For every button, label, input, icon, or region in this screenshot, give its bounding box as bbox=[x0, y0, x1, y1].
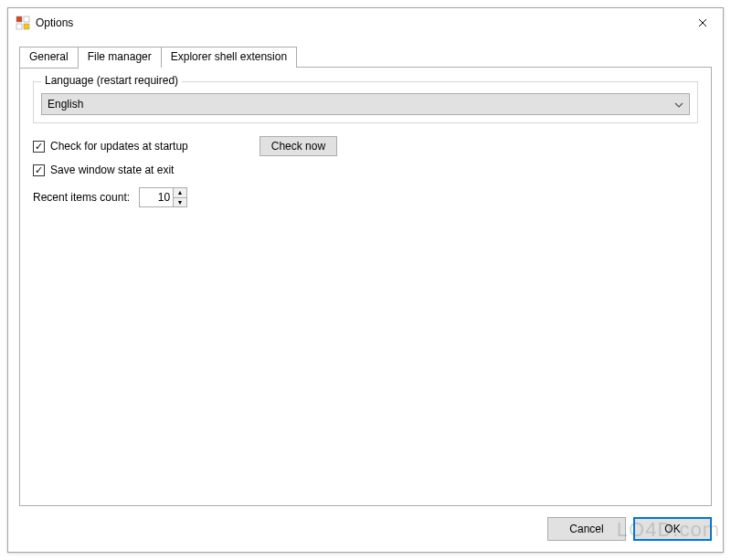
tab-file-manager[interactable]: File manager bbox=[78, 47, 162, 68]
check-updates-option[interactable]: ✓ Check for updates at startup bbox=[33, 140, 188, 153]
check-updates-label: Check for updates at startup bbox=[50, 140, 188, 153]
spinner-buttons: ▲ ▼ bbox=[173, 188, 186, 206]
save-window-option[interactable]: ✓ Save window state at exit bbox=[33, 164, 174, 176]
recent-items-label: Recent items count: bbox=[33, 191, 130, 204]
svg-rect-3 bbox=[24, 24, 29, 29]
chevron-down-icon bbox=[674, 100, 683, 110]
svg-rect-1 bbox=[24, 16, 29, 22]
check-updates-row: ✓ Check for updates at startup Check now bbox=[33, 136, 698, 156]
tab-general[interactable]: General bbox=[19, 47, 79, 69]
save-window-label: Save window state at exit bbox=[50, 164, 174, 176]
options-dialog: Options General File manager Explorer sh… bbox=[7, 7, 724, 553]
recent-items-row: Recent items count: 10 ▲ ▼ bbox=[33, 187, 698, 207]
app-icon bbox=[16, 16, 30, 30]
save-window-checkbox[interactable]: ✓ bbox=[33, 164, 45, 176]
checkmark-icon: ✓ bbox=[35, 165, 43, 175]
language-legend: Language (restart required) bbox=[41, 74, 182, 87]
language-group: Language (restart required) English bbox=[33, 81, 698, 123]
window-title: Options bbox=[36, 16, 682, 29]
checkmark-icon: ✓ bbox=[35, 142, 43, 152]
cancel-button[interactable]: Cancel bbox=[547, 517, 626, 541]
recent-items-spinner[interactable]: 10 ▲ ▼ bbox=[139, 187, 187, 207]
save-window-row: ✓ Save window state at exit bbox=[33, 164, 698, 176]
check-now-button[interactable]: Check now bbox=[260, 136, 337, 156]
language-select[interactable]: English bbox=[41, 93, 690, 115]
recent-items-value[interactable]: 10 bbox=[140, 188, 173, 206]
close-button[interactable] bbox=[682, 9, 723, 36]
language-selected: English bbox=[48, 98, 83, 111]
svg-rect-0 bbox=[16, 16, 22, 22]
dialog-footer: Cancel OK bbox=[547, 517, 712, 541]
tab-panel-general: Language (restart required) English ✓ Ch… bbox=[19, 67, 712, 506]
svg-rect-2 bbox=[16, 24, 22, 29]
content-area: General File manager Explorer shell exte… bbox=[19, 47, 712, 506]
close-icon bbox=[698, 18, 707, 27]
tab-explorer-shell[interactable]: Explorer shell extension bbox=[161, 47, 297, 68]
check-updates-checkbox[interactable]: ✓ bbox=[33, 141, 45, 153]
titlebar: Options bbox=[8, 8, 723, 37]
ok-button[interactable]: OK bbox=[633, 517, 712, 541]
spinner-up-button[interactable]: ▲ bbox=[174, 188, 186, 198]
spinner-down-button[interactable]: ▼ bbox=[174, 198, 186, 207]
tab-strip: General File manager Explorer shell exte… bbox=[19, 47, 712, 68]
